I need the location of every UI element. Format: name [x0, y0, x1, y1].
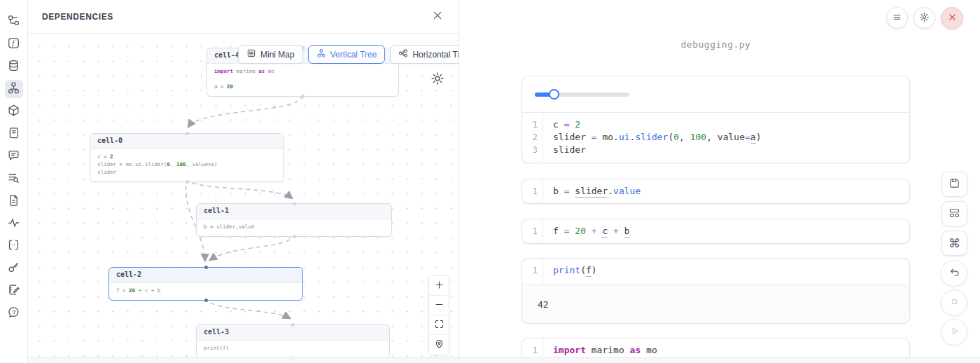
dock-snippets-button[interactable] [5, 237, 23, 255]
keyboard-shortcuts-button[interactable]: ⌘ [941, 231, 967, 256]
zoom-out-button[interactable] [429, 296, 449, 315]
horizontal-tree-button[interactable]: Horizontal Tree [390, 45, 458, 64]
line-numbers: 123 [522, 113, 543, 163]
code-editor[interactable]: 1 b = slider.value [522, 179, 909, 204]
code-brackets-icon [7, 238, 20, 254]
dock-chat-button[interactable] [5, 147, 23, 165]
gear-icon [430, 71, 444, 88]
code-editor[interactable]: 1 print(f) [522, 259, 909, 284]
horizontal-tree-icon [398, 48, 408, 60]
dock-documentation-button[interactable] [5, 192, 23, 210]
dock-file-explorer-button[interactable] [5, 13, 23, 31]
node-handle [291, 356, 295, 357]
graph-node-cell-0[interactable]: cell-0 c = 2slider = mo.ui.slider(0, 100… [90, 133, 284, 182]
zoom-in-button[interactable] [429, 276, 449, 296]
dock-datasources-button[interactable] [5, 57, 23, 76]
close-panel-button[interactable] [430, 8, 444, 25]
vertical-tree-label: Vertical Tree [330, 50, 377, 60]
stop-button[interactable] [941, 289, 967, 316]
node-code: b = slider.value [197, 219, 391, 236]
dock-packages-button[interactable] [5, 102, 23, 121]
map-pin-icon [434, 338, 444, 351]
vertical-tree-button[interactable]: Vertical Tree [308, 45, 386, 64]
vertical-tree-icon [316, 48, 326, 60]
mini-map-icon [246, 48, 256, 60]
node-handle [186, 180, 189, 184]
node-handle [204, 299, 208, 302]
notebook-edit-icon [7, 283, 20, 299]
status-footer [28, 357, 980, 363]
code-content[interactable]: c = 2slider = mo.ui.slider(0, 100, value… [543, 113, 909, 163]
code-editor[interactable]: 1 f = 20 + c + b [522, 219, 909, 244]
dependency-graph-icon [7, 81, 20, 97]
scroll-icon [7, 126, 20, 142]
node-label: cell-3 [197, 325, 389, 341]
dock-search-logs-button[interactable] [5, 170, 23, 188]
code-content[interactable]: print(f) [543, 259, 909, 284]
dependencies-header: DEPENDENCIES [28, 0, 458, 34]
slider-input[interactable] [535, 93, 629, 97]
undo-button[interactable] [941, 260, 967, 287]
close-icon [432, 10, 443, 23]
notebook-filename[interactable]: debugging.py [522, 39, 910, 50]
function-icon: f [7, 36, 20, 53]
minus-icon [434, 299, 444, 312]
help-bubble-icon: ? [7, 306, 20, 322]
document-icon [7, 193, 20, 210]
svg-text:f: f [12, 39, 15, 47]
package-icon [7, 104, 20, 120]
node-handle [293, 235, 296, 238]
cell-console-output: 42 [522, 284, 909, 324]
dock-variables-button[interactable] [5, 214, 23, 233]
fit-view-button[interactable] [429, 315, 449, 335]
line-numbers: 1 [522, 179, 543, 204]
run-button[interactable] [941, 319, 967, 345]
notebook-header-buttons [886, 7, 963, 29]
node-code: f = 20 + c + b [109, 283, 302, 300]
plus-icon [434, 280, 444, 292]
database-icon [7, 59, 20, 75]
hamburger-menu-icon [892, 12, 902, 25]
stop-icon [948, 296, 960, 310]
node-code: print(f) [197, 341, 389, 357]
horizontal-tree-label: Horizontal Tree [412, 50, 458, 60]
dock-secrets-button[interactable] [5, 259, 23, 278]
graph-node-cell-3[interactable]: cell-3 print(f) [196, 324, 390, 357]
save-button[interactable] [941, 172, 967, 197]
chat-icon [7, 149, 20, 165]
code-content[interactable]: b = slider.value [543, 179, 909, 204]
play-icon [948, 325, 960, 339]
file-tree-icon [7, 14, 20, 30]
cell-b: 1 b = slider.value [522, 179, 910, 204]
graph-node-cell-2[interactable]: cell-2 f = 20 + c + b [108, 267, 303, 301]
shutdown-button[interactable] [941, 7, 963, 29]
dock-scratchpad-button[interactable] [5, 282, 23, 300]
settings-button[interactable] [913, 7, 935, 29]
code-editor[interactable]: 123 c = 2slider = mo.ui.slider(0, 100, v… [522, 113, 909, 163]
activity-icon [7, 216, 20, 232]
helper-panel-button[interactable] [941, 201, 967, 226]
graph-node-cell-1[interactable]: cell-1 b = slider.value [196, 203, 392, 237]
dependency-graph-canvas[interactable]: cell-4 import marimo as mo a = 20 cell-0… [28, 34, 458, 357]
key-icon [7, 261, 20, 277]
dock-dependencies-button[interactable] [5, 80, 23, 98]
notebook-menu-button[interactable] [886, 7, 908, 29]
graph-settings-button[interactable] [429, 70, 446, 89]
dock-help-button[interactable]: ? [5, 304, 23, 322]
node-handle [204, 266, 208, 269]
node-handle [293, 202, 296, 205]
line-numbers: 1 [522, 259, 543, 284]
fit-view-icon [434, 319, 444, 331]
node-handle [301, 95, 304, 98]
node-code: c = 2slider = mo.ui.slider(0, 100, value… [90, 149, 284, 182]
dependencies-title: DEPENDENCIES [42, 12, 113, 22]
cell-slider: 123 c = 2slider = mo.ui.slider(0, 100, v… [522, 76, 910, 163]
toggle-interactivity-button[interactable] [429, 335, 449, 355]
dock-functions-button[interactable]: f [5, 35, 23, 53]
node-label: cell-2 [109, 268, 302, 283]
mini-map-button[interactable]: Mini Map [238, 45, 303, 64]
dock-logs-button[interactable] [5, 125, 23, 143]
command-icon: ⌘ [948, 236, 960, 250]
code-content[interactable]: f = 20 + c + b [543, 219, 909, 244]
slider-thumb[interactable] [549, 89, 559, 100]
